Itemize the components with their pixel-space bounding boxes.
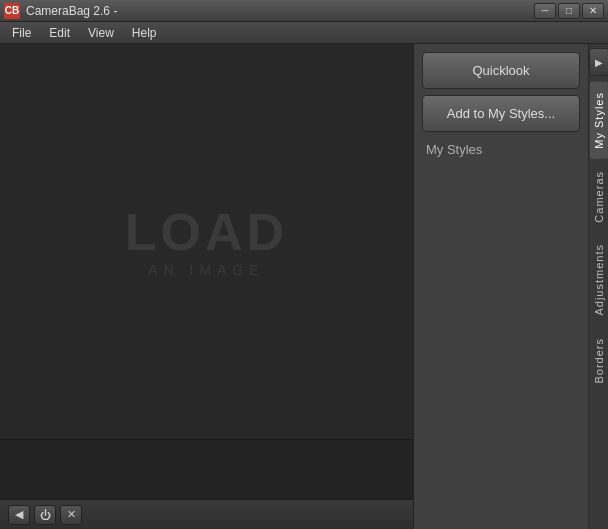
menu-file[interactable]: File (4, 24, 39, 42)
title-bar: CB CameraBag 2.6 - ─ □ ✕ (0, 0, 608, 22)
load-main-text: LOAD (125, 206, 288, 258)
filmstrip (0, 439, 413, 499)
app-icon: CB (4, 3, 20, 19)
menu-edit[interactable]: Edit (41, 24, 78, 42)
load-prompt: LOAD AN IMAGE (125, 206, 288, 278)
power-button[interactable]: ⏻ (34, 505, 56, 525)
minimize-button[interactable]: ─ (534, 3, 556, 19)
prev-button[interactable]: ◀ (8, 505, 30, 525)
title-bar-controls: ─ □ ✕ (534, 3, 604, 19)
right-panel: Quicklook Add to My Styles... My Styles … (413, 44, 608, 529)
borders-tab[interactable]: Borders (590, 328, 608, 394)
maximize-button[interactable]: □ (558, 3, 580, 19)
app-title: CameraBag 2.6 - (26, 4, 117, 18)
close-window-button[interactable]: ✕ (582, 3, 604, 19)
menu-help[interactable]: Help (124, 24, 165, 42)
adjustments-tab[interactable]: Adjustments (590, 234, 608, 326)
expand-panel-button[interactable]: ▶ (589, 48, 608, 76)
quicklook-button[interactable]: Quicklook (422, 52, 580, 89)
title-bar-left: CB CameraBag 2.6 - (4, 3, 117, 19)
bottom-toolbar: ◀ ⏻ ✕ (0, 499, 413, 529)
close-button[interactable]: ✕ (60, 505, 82, 525)
canvas-viewport: LOAD AN IMAGE (0, 44, 413, 439)
main-content: LOAD AN IMAGE ◀ ⏻ ✕ Quicklook Add to My … (0, 44, 608, 529)
my-styles-tab[interactable]: My Styles (590, 82, 608, 159)
load-sub-text: AN IMAGE (148, 262, 264, 278)
side-tabs: ▶ My Styles Cameras Adjustments Borders (588, 44, 608, 529)
my-styles-section-label: My Styles (422, 138, 580, 161)
add-to-my-styles-button[interactable]: Add to My Styles... (422, 95, 580, 132)
vertical-tabs: My Styles Cameras Adjustments Borders (589, 82, 608, 395)
cameras-tab[interactable]: Cameras (590, 161, 608, 233)
menu-view[interactable]: View (80, 24, 122, 42)
canvas-area: LOAD AN IMAGE ◀ ⏻ ✕ (0, 44, 413, 529)
menu-bar: File Edit View Help (0, 22, 608, 44)
right-content: Quicklook Add to My Styles... My Styles (414, 44, 588, 529)
